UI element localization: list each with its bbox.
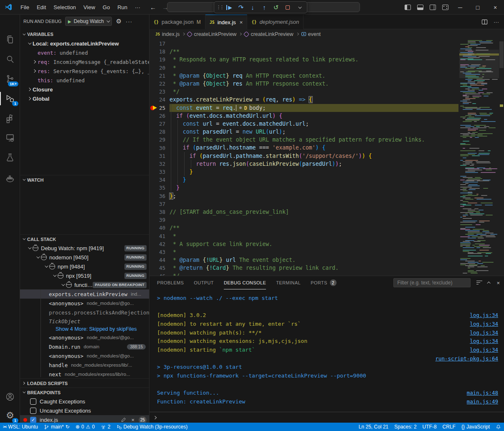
show-more-link[interactable]: Show 4 More: Skipped by skipFiles (56, 326, 137, 332)
code-line-36[interactable]: }; (170, 192, 458, 200)
tab-deployment.json[interactable]: {}deployment.json (247, 15, 304, 29)
statusbar-indentation[interactable]: Spaces: 2 (391, 423, 419, 431)
section-variables[interactable]: VARIABLES (20, 30, 149, 39)
stack-frame-3[interactable]: TickObject (20, 317, 149, 325)
breakpoint-row-Caught Exceptions[interactable]: Caught Exceptions (20, 397, 149, 406)
statusbar-eol[interactable]: CRLF (440, 423, 458, 431)
stack-frame-6[interactable]: Domain.rundomain388:15 (20, 342, 149, 351)
menu-overflow[interactable]: ··· (131, 3, 144, 12)
gutter-line-32[interactable]: 32 (149, 160, 170, 168)
code-line-28[interactable]: const parsedUrl = new URL(url); (170, 128, 458, 136)
statusbar-ports[interactable]: 2 (98, 423, 114, 431)
toggle-sidebar-icon[interactable] (401, 0, 414, 15)
gutter-line-41[interactable]: 41 (149, 232, 170, 240)
gutter-line-29[interactable]: 29 (149, 136, 170, 144)
activity-remote-explorer-icon[interactable] (0, 129, 20, 147)
section-call-stack[interactable]: CALL STACK (20, 234, 149, 243)
stack-frame-0[interactable]: exports.createLinkPreviewind... (20, 289, 149, 299)
gutter-line-38[interactable]: 38 (149, 208, 170, 216)
gutter-line-26[interactable]: 26 (149, 112, 170, 120)
gutter-line-31[interactable]: 31 (149, 152, 170, 160)
breadcrumb-createLinkPreview[interactable]: createLinkPreview (244, 31, 293, 37)
code-line-25[interactable]: const event = req.Dbody; (170, 104, 458, 112)
tab-index.js[interactable]: JSindex.js× (205, 15, 248, 29)
code-line-17[interactable] (170, 40, 458, 48)
console-source-link[interactable]: log.js:34 (470, 347, 498, 353)
debug-session-1[interactable]: nodemon [9450]RUNNING (20, 253, 149, 262)
code-line-32[interactable]: return res.json(caseLinkPreview(parsedUr… (170, 160, 458, 168)
debug-gear-icon[interactable]: ⚙ (116, 18, 122, 25)
activity-run-debug-icon[interactable]: 1 (0, 89, 20, 108)
code-line-29[interactable]: // If the event object URL matches a spe… (170, 136, 458, 144)
gutter-line-27[interactable]: 27 (149, 120, 170, 128)
toolbar-drag-grip-icon[interactable]: ⋮⋮ (217, 3, 223, 13)
editor-more-actions-icon[interactable]: ··· (494, 19, 499, 25)
gutter-line-45[interactable]: 45 (149, 264, 170, 272)
gutter-line-40[interactable]: 40 (149, 224, 170, 232)
statusbar-debug-session[interactable]: Debug Watch (3p-resources) (114, 423, 191, 431)
launch-config-dropdown[interactable]: ▶ Debug Watch (65, 17, 112, 26)
activity-settings-gear-icon[interactable]: ⚙1 (0, 406, 20, 425)
breakpoint-checkbox[interactable]: ✓ (30, 417, 36, 423)
code-line-22[interactable]: * @param {Object} res An HTTP response c… (170, 80, 458, 88)
filter-icon[interactable] (476, 281, 482, 285)
console-source-link[interactable]: main.js:48 (467, 390, 498, 396)
code-line-21[interactable]: * @param {Object} req An HTTP request co… (170, 72, 458, 80)
code-line-18[interactable]: /** (170, 48, 458, 56)
breakpoint-row-Uncaught Exceptions[interactable]: Uncaught Exceptions (20, 406, 149, 415)
debug-session-4[interactable]: functions-fra...PAUSED ON BREAKPOINT (20, 280, 149, 289)
code-line-27[interactable]: const url = event.docs.matchedUrl.url; (170, 120, 458, 128)
code-line-34[interactable]: } (170, 176, 458, 184)
panel-tab-debug-console[interactable]: DEBUG CONSOLE (224, 276, 266, 289)
console-source-link[interactable]: log.js:34 (470, 321, 498, 327)
statusbar-problems[interactable]: ⊗0⚠0 (73, 423, 98, 431)
toggle-secondary-sidebar-icon[interactable] (426, 0, 439, 15)
code-line-43[interactable]: * (170, 248, 458, 256)
code-line-41[interactable]: * (170, 232, 458, 240)
gutter-line-19[interactable]: 19 (149, 56, 170, 63)
code-line-30[interactable]: if (parsedUrl.hostname === 'example.com'… (170, 144, 458, 152)
code-line-23[interactable]: */ (170, 88, 458, 96)
breakpoint-row-index.js[interactable]: ✓index.js×25 (20, 415, 149, 423)
debug-session-0[interactable]: Debug Watch: npm [9419]RUNNING (20, 243, 149, 253)
activity-explorer-icon[interactable] (0, 30, 20, 49)
console-source-link[interactable]: log.js:34 (470, 330, 498, 336)
close-window-icon[interactable]: × (486, 0, 504, 15)
stack-frame-8[interactable]: handlenode_modules/express/lib/... (20, 360, 149, 370)
stack-frame-9[interactable]: nextnode_modules/express/lib/ro... (20, 370, 149, 379)
variable-row-Global[interactable]: Global (20, 94, 149, 103)
gutter-line-21[interactable]: 21 (149, 72, 170, 80)
gutter-line-35[interactable]: 35 (149, 184, 170, 192)
remove-breakpoint-icon[interactable]: × (131, 417, 134, 423)
code-line-38[interactable]: // [START add_ons_case_preview_link] (170, 208, 458, 216)
customize-layout-icon[interactable] (439, 0, 451, 15)
gutter-line-24[interactable]: 24 (149, 96, 170, 104)
activity-search-icon[interactable] (0, 50, 20, 68)
tab-package.json[interactable]: {}package.jsonM (149, 15, 205, 29)
menu-go[interactable]: Go (99, 3, 114, 12)
code-line-40[interactable]: /** (170, 224, 458, 232)
gutter-line-42[interactable]: 42 (149, 240, 170, 248)
debug-step-into-icon[interactable]: ↓ (248, 3, 258, 13)
stack-frame-2[interactable]: process.processTicksAndRejections (20, 308, 149, 317)
debug-continue-icon[interactable]: ▶ (224, 3, 234, 13)
gutter-line-37[interactable]: 37 (149, 200, 170, 208)
code-line-42[interactable]: * A support case link preview. (170, 240, 458, 248)
gutter-line-46[interactable]: 46 (149, 272, 170, 276)
code-line-31[interactable]: if (parsedUrl.pathname.startsWith('/supp… (170, 152, 458, 160)
edit-breakpoint-icon[interactable] (121, 417, 126, 423)
gutter-line-33[interactable]: 33 (149, 168, 170, 176)
gutter-line-43[interactable]: 43 (149, 248, 170, 256)
code-editor[interactable]: 1718192021222324252627282930313233343536… (149, 39, 504, 276)
stack-frame-4[interactable]: Show 4 More: Skipped by skipFiles (20, 325, 149, 333)
gutter-line-17[interactable]: 17 (149, 40, 170, 48)
statusbar-remote[interactable]: ><WSL: Ubuntu (0, 423, 41, 431)
code-line-37[interactable] (170, 200, 458, 208)
debug-session-2[interactable]: npm [9484]RUNNING (20, 262, 149, 271)
console-source-link[interactable]: run-script-pkg.js:64 (435, 355, 498, 362)
maximize-icon[interactable]: □ (469, 0, 486, 15)
gutter-line-25[interactable]: 25 (149, 104, 170, 112)
minimap[interactable] (459, 39, 499, 276)
gutter-line-20[interactable]: 20 (149, 64, 170, 72)
variable-row-res[interactable]: res: ServerResponse {_events: {…}, _e… (20, 66, 149, 76)
